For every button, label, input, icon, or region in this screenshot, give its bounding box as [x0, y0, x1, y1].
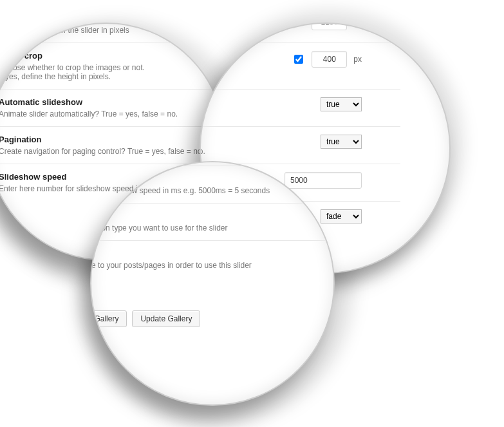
shortcode-desc: Paste this shortcode to your posts/pages… [90, 261, 335, 270]
slider-width-desc: Specify the width of the slider in pixel… [200, 26, 389, 35]
images-section-title: Images [90, 278, 335, 307]
lens-bottom: Specify the width of the slider in pixel… [90, 161, 335, 406]
slider-crop-desc2: If yes, define the height in pixels. [0, 72, 225, 81]
row-autoslide: Automatic slideshow Animate slider autom… [0, 89, 225, 126]
row-pagination: Pagination Create navigation for paging … [200, 126, 400, 164]
row-pagination: Pagination Create navigation for paging … [0, 126, 225, 164]
pagination-select[interactable]: true [321, 135, 362, 149]
animation-desc: Choose which animation type you want to … [90, 223, 335, 232]
animation-title: Animation type [90, 211, 335, 221]
pagination-title: Pagination [0, 135, 225, 144]
gallery-buttons: es Manage Gallery Update Gallery [90, 307, 335, 336]
slider-width-input[interactable] [312, 23, 347, 30]
update-gallery-button[interactable]: Update Gallery [132, 310, 200, 327]
shortcode-title: Shortcode [90, 249, 335, 258]
slider-crop-desc1: Choose whether to crop the images or not… [0, 63, 225, 72]
speed-input[interactable] [285, 172, 362, 189]
slider-width-desc: Specify the width of the slider in pixel… [0, 26, 225, 35]
slider-crop-desc2: If yes, define the height in pixels. [200, 72, 389, 81]
autoslide-select[interactable]: true [321, 97, 362, 111]
autoslide-title: Automatic slideshow [0, 97, 225, 107]
autoslide-desc: Animate slider automatically? True = yes… [0, 109, 225, 119]
animation-select[interactable]: fade [321, 209, 362, 223]
row-shortcode: Shortcode Paste this shortcode to your p… [90, 240, 335, 278]
pagination-desc: Create navigation for paging control? Tr… [0, 147, 225, 156]
slider-crop-height-input[interactable] [312, 51, 347, 68]
row-autoslide: Automatic slideshow Animate slider autom… [200, 89, 400, 126]
unit-label: px [353, 55, 362, 64]
row-slider-width: Specify the width of the slider in pixel… [0, 23, 225, 43]
row-slider-crop: Slider crop Choose whether to crop the i… [200, 43, 400, 89]
row-animation: Animation type Choose which animation ty… [90, 203, 335, 240]
slider-crop-checkbox[interactable] [294, 55, 303, 64]
slider-width-title [0, 23, 225, 23]
